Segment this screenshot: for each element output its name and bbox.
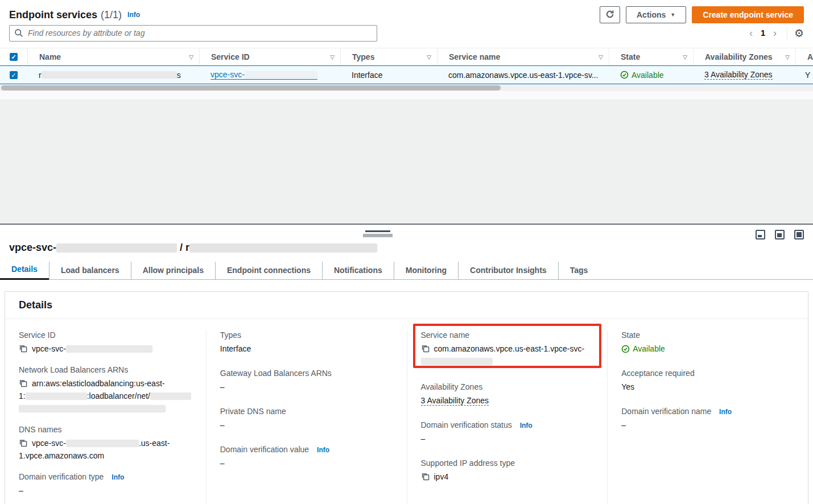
tab-notifications[interactable]: Notifications bbox=[322, 262, 394, 280]
filter-icon-service-name[interactable]: ▽ bbox=[599, 54, 603, 60]
row-service-id-cell: vpce-svc- bbox=[199, 66, 340, 84]
drag-handle-grip bbox=[363, 234, 393, 237]
filter-icon-availability-zones[interactable]: ▽ bbox=[785, 54, 790, 60]
info-link[interactable]: Info bbox=[317, 446, 329, 454]
copy-icon[interactable] bbox=[19, 439, 27, 449]
filter-icon-state[interactable]: ▽ bbox=[683, 54, 687, 60]
table-header: ✓ Name ▽ Service ID ▽ Types ▽ Service na… bbox=[0, 48, 813, 65]
field-dns-names: DNS names vpce-svc-.us-east- 1.vpce.amaz… bbox=[19, 425, 192, 462]
tab-details[interactable]: Details bbox=[0, 262, 49, 280]
private-dns-value: – bbox=[220, 419, 393, 431]
details-column-3: Service name com.amazonaws.vpce.us-east-… bbox=[407, 331, 608, 504]
row-acceptance-cell: Y bbox=[795, 66, 813, 84]
search-input[interactable] bbox=[9, 25, 377, 42]
state-label: State bbox=[621, 331, 794, 340]
dns-names-label: DNS names bbox=[19, 425, 192, 434]
details-column-4: State Available Acceptance required Yes bbox=[607, 331, 808, 504]
tab-load-balancers[interactable]: Load balancers bbox=[49, 262, 131, 280]
table-row[interactable]: ✓ rs vpce-svc- Interface com.amazonaws.v… bbox=[0, 65, 813, 84]
tab-tags[interactable]: Tags bbox=[558, 262, 600, 280]
list-footer-strip bbox=[0, 91, 813, 100]
actions-button[interactable]: Actions ▼ bbox=[626, 6, 686, 23]
copy-icon[interactable] bbox=[19, 379, 27, 389]
row-checkbox[interactable]: ✓ bbox=[10, 71, 18, 79]
acceptance-required-label: Acceptance required bbox=[621, 369, 794, 378]
column-label-service-id: Service ID bbox=[205, 52, 330, 61]
filter-icon-types[interactable]: ▽ bbox=[427, 54, 431, 60]
state-status-text: Available bbox=[632, 71, 664, 80]
split-panel-drag-handle[interactable] bbox=[363, 230, 393, 237]
row-name-cell: rs bbox=[27, 66, 199, 84]
filter-icon-name[interactable]: ▽ bbox=[189, 54, 193, 60]
tab-allow-principals[interactable]: Allow principals bbox=[131, 262, 215, 280]
field-domain-verification-status: Domain verification status Info – bbox=[421, 420, 594, 445]
column-header-types: Types ▽ bbox=[340, 48, 437, 65]
pagination-prev-button[interactable]: ‹ bbox=[745, 27, 757, 39]
column-label-name: Name bbox=[34, 52, 189, 61]
filter-icon-service-id[interactable]: ▽ bbox=[330, 54, 335, 60]
nlb-arn-line3 bbox=[19, 402, 192, 415]
actions-button-label: Actions bbox=[637, 10, 666, 19]
tab-monitoring[interactable]: Monitoring bbox=[394, 262, 458, 280]
page-background bbox=[0, 100, 813, 224]
info-link[interactable]: Info bbox=[112, 473, 124, 481]
column-label-state: State bbox=[615, 52, 683, 61]
column-label-availability-zones: Availability Zones bbox=[699, 52, 785, 61]
column-label-types: Types bbox=[346, 52, 427, 61]
column-header-acceptance: A bbox=[795, 48, 813, 65]
domain-verification-name-value: – bbox=[621, 419, 794, 431]
copy-icon[interactable] bbox=[19, 344, 27, 354]
panel-title-service-id-prefix: vpce-svc- bbox=[9, 242, 56, 253]
service-id-value: vpce-svc- bbox=[32, 342, 152, 355]
gear-icon[interactable]: ⚙ bbox=[794, 28, 804, 39]
list-toolbar: ‹ 1 › ⚙ bbox=[0, 23, 813, 41]
field-domain-verification-name: Domain verification name Info – bbox=[621, 407, 794, 431]
info-link[interactable]: Info bbox=[719, 408, 732, 416]
glb-arns-label: Gateway Load Balancers ARNs bbox=[220, 369, 393, 378]
panel-size-large-icon[interactable] bbox=[794, 230, 804, 239]
details-card: Details Service ID vpce-svc- Network Loa… bbox=[5, 291, 808, 504]
tab-contributor-insights[interactable]: Contributor Insights bbox=[458, 262, 558, 280]
service-id-link[interactable]: vpce-svc- bbox=[211, 70, 317, 80]
refresh-icon bbox=[605, 10, 614, 20]
field-availability-zones: Availability Zones 3 Availability Zones bbox=[421, 382, 594, 407]
resource-count: (1/1) bbox=[101, 9, 122, 21]
row-select-cell: ✓ bbox=[0, 66, 27, 84]
availability-zones-popover-trigger[interactable]: 3 Availability Zones bbox=[704, 70, 773, 80]
horizontal-scrollbar-thumb[interactable] bbox=[1, 85, 501, 90]
panel-size-small-icon[interactable] bbox=[756, 230, 765, 239]
service-id-link-prefix: vpce-svc- bbox=[211, 70, 245, 79]
column-header-service-id: Service ID ▽ bbox=[199, 48, 340, 65]
details-column-1: Service ID vpce-svc- Network Load Balanc… bbox=[5, 331, 206, 504]
panel-size-medium-icon[interactable] bbox=[775, 230, 785, 239]
availability-zones-popover-trigger[interactable]: 3 Availability Zones bbox=[421, 396, 489, 406]
domain-verification-name-label: Domain verification name Info bbox=[621, 407, 794, 416]
select-all-checkbox[interactable]: ✓ bbox=[10, 53, 18, 61]
domain-verification-value-value: – bbox=[220, 457, 393, 469]
copy-icon[interactable] bbox=[421, 472, 430, 482]
pagination-page-1[interactable]: 1 bbox=[757, 28, 769, 38]
pagination: ‹ 1 › ⚙ bbox=[745, 26, 804, 40]
page-title: Endpoint services bbox=[9, 9, 97, 21]
refresh-button[interactable] bbox=[600, 6, 620, 23]
panel-title: vpce-svc- / r bbox=[0, 225, 813, 254]
field-private-dns-name: Private DNS name – bbox=[220, 407, 393, 431]
info-link[interactable]: Info bbox=[520, 422, 533, 429]
create-button-label: Create endpoint service bbox=[703, 10, 793, 19]
domain-verification-type-value: – bbox=[19, 484, 192, 497]
split-panel: vpce-svc- / r Details Load balancers All… bbox=[0, 224, 813, 504]
service-name-redacted-line bbox=[421, 355, 594, 367]
pagination-next-button[interactable]: › bbox=[769, 27, 781, 39]
create-endpoint-service-button[interactable]: Create endpoint service bbox=[692, 6, 804, 23]
acceptance-required-value: Yes bbox=[621, 381, 794, 393]
check-circle-icon bbox=[620, 71, 629, 79]
tab-endpoint-connections[interactable]: Endpoint connections bbox=[215, 262, 322, 280]
dns-name-line1: vpce-svc-.us-east- bbox=[32, 437, 170, 449]
state-status-badge: Available bbox=[620, 71, 664, 80]
panel-title-redaction-2 bbox=[189, 243, 377, 253]
copy-icon[interactable] bbox=[421, 344, 430, 354]
row-name-redaction bbox=[42, 71, 177, 79]
header-info-link[interactable]: Info bbox=[127, 11, 140, 19]
details-card-body: Service ID vpce-svc- Network Load Balanc… bbox=[5, 319, 808, 504]
search-box bbox=[9, 25, 377, 42]
